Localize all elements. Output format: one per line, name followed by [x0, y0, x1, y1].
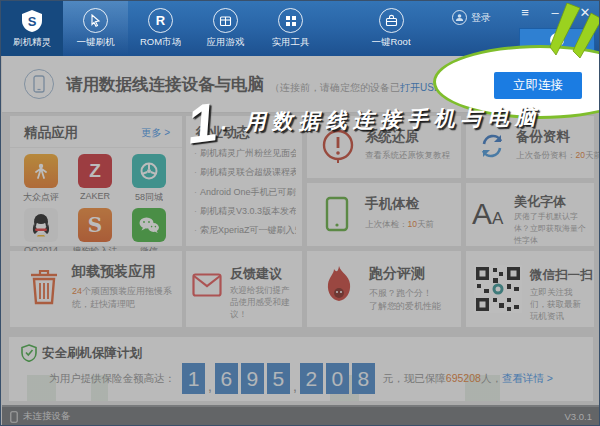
- tab-one-key-flash[interactable]: 一键刷机: [63, 1, 128, 56]
- annotation-step-number: 1: [183, 90, 220, 155]
- cursor-icon: [83, 8, 108, 33]
- tab-one-key-root[interactable]: 一键Root: [355, 1, 427, 56]
- toolbox-icon: [379, 8, 404, 33]
- annotation-text: . 用数据线连接手机与电脑: [221, 105, 542, 134]
- tab-apps-games[interactable]: 应用游戏: [193, 1, 258, 56]
- tab-rom-market[interactable]: R ROM市场: [128, 1, 193, 56]
- login-button[interactable]: 登录: [452, 10, 491, 25]
- app-logo[interactable]: S 刷机精灵: [1, 1, 63, 56]
- green-arrow-marks: [544, 3, 600, 59]
- gift-box-icon: [213, 8, 238, 33]
- tab-utilities[interactable]: 实用工具: [258, 1, 323, 56]
- rom-r-icon: R: [148, 8, 173, 33]
- app-window: S 刷机精灵 一键刷机 R ROM市场 应用游戏 实用工具: [0, 0, 600, 426]
- svg-text:S: S: [28, 14, 37, 29]
- grid-icon: [278, 8, 303, 33]
- logo-label: 刷机精灵: [13, 36, 51, 49]
- menu-icon[interactable]: ≡: [517, 5, 533, 20]
- user-avatar-icon: [452, 10, 467, 25]
- handwritten-annotation: 1. 用数据线连接手机与电脑: [186, 86, 542, 154]
- login-label: 登录: [471, 11, 491, 25]
- shield-logo-icon: S: [19, 8, 45, 34]
